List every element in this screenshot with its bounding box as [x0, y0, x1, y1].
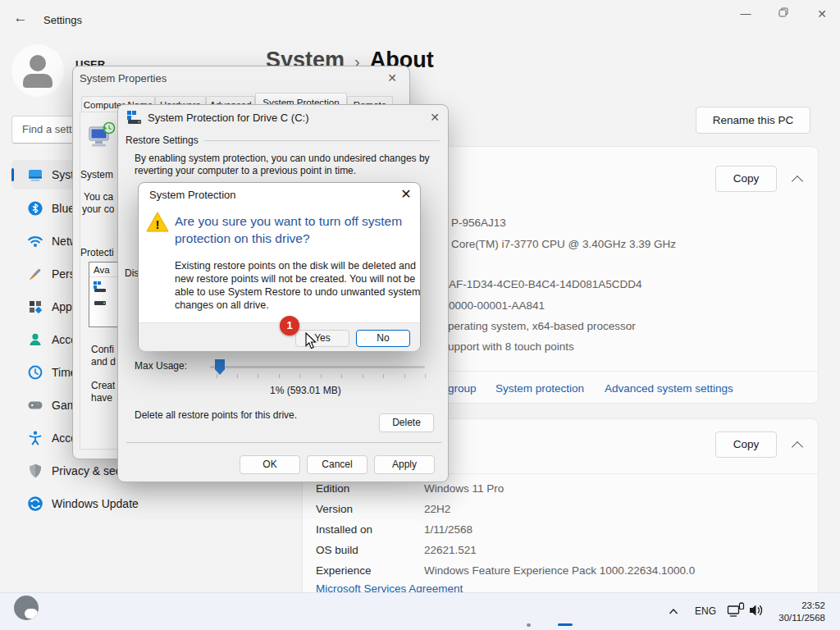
personalization-icon	[27, 266, 43, 282]
collapse-windows-specs-button[interactable]	[784, 435, 810, 456]
dialog-title: System Properties	[80, 72, 167, 84]
network-icon	[727, 602, 745, 619]
mouse-cursor	[305, 332, 318, 350]
confirm-dialog: System Protection ✕ ! Are you sure you w…	[138, 182, 421, 351]
slider-ticks	[217, 374, 425, 379]
max-usage-label: Max Usage:	[135, 360, 187, 372]
experience-value: Windows Feature Experience Pack 1000.226…	[424, 564, 695, 577]
time-language-icon	[27, 364, 43, 381]
delete-caption: Delete all restore points for this drive…	[135, 409, 297, 421]
protection-settings-fragment: Protecti	[80, 247, 114, 258]
network-icon	[27, 233, 43, 249]
clock-date: 30/11/2568	[755, 612, 825, 624]
ok-button[interactable]: OK	[240, 455, 300, 474]
svg-text:!: !	[156, 217, 160, 231]
sidebar-item-label: Windows Update	[52, 497, 139, 510]
collapse-device-specs-button[interactable]	[784, 169, 810, 190]
delete-button[interactable]: Delete	[379, 413, 434, 432]
close-button[interactable]: ✕	[810, 5, 834, 23]
version-label: Version	[316, 503, 353, 515]
restore-desc-line1: By enabling system protection, you can u…	[135, 153, 430, 164]
no-button[interactable]: No	[356, 330, 410, 347]
network-tray-button[interactable]	[727, 602, 746, 620]
system-icon	[27, 167, 43, 183]
rename-pc-button[interactable]: Rename this PC	[696, 107, 810, 134]
chevron-up-icon	[792, 441, 803, 453]
edition-value: Windows 11 Pro	[424, 482, 504, 495]
device-name-value: P-956AJ13	[451, 217, 506, 229]
edition-label: Edition	[316, 482, 349, 495]
installed-on-value: 1/11/2568	[424, 523, 472, 536]
settings-running-indicator	[527, 623, 531, 627]
product-id-value: 0000-00001-AA841	[449, 299, 545, 312]
selection-accent-bar	[11, 168, 14, 181]
copy-windows-specs-button[interactable]: Copy	[715, 431, 777, 458]
bluetooth-icon	[27, 200, 43, 217]
processor-value: Core(TM) i7-3770 CPU @ 3.40GHz 3.39 GHz	[451, 238, 676, 250]
back-button[interactable]: ←	[10, 10, 31, 30]
close-icon[interactable]: ✕	[424, 108, 445, 126]
confirm-body-line2: new restore points will not be created. …	[175, 273, 415, 285]
active-window-indicator	[558, 623, 573, 626]
yes-button[interactable]: Yes	[295, 330, 349, 347]
copy-device-specs-button[interactable]: Copy	[715, 166, 777, 192]
app-title: Settings	[43, 14, 82, 26]
dialog-title: System Protection	[149, 189, 236, 201]
advanced-system-settings-link[interactable]: Advanced system settings	[605, 382, 733, 395]
close-icon[interactable]: ✕	[395, 185, 418, 204]
max-usage-slider[interactable]	[210, 366, 425, 368]
configure-fragment-2: and d	[91, 356, 116, 368]
slider-thumb[interactable]	[215, 359, 225, 375]
version-value: 22H2	[424, 503, 450, 515]
sidebar-item-windows-update[interactable]: Windows Update	[11, 489, 139, 518]
footer-divider	[126, 442, 441, 443]
usage-value: 1% (593.01 MB)	[270, 385, 341, 396]
create-fragment-1: Creat	[91, 380, 115, 391]
apply-button[interactable]: Apply	[374, 455, 435, 474]
os-build-label: OS build	[316, 544, 358, 556]
accessibility-icon	[27, 430, 43, 446]
privacy-icon	[27, 463, 43, 479]
gaming-icon	[27, 397, 43, 413]
accounts-icon	[27, 331, 43, 348]
system-protection-link[interactable]: System protection	[495, 382, 584, 395]
taskbar: ENG 23:52 30/11/2568	[0, 592, 840, 630]
restore-desc-fragment-1: You ca	[84, 191, 113, 203]
restore-button[interactable]	[771, 5, 796, 23]
confirm-body-line3: able to use System Restore to undo unwan…	[175, 286, 420, 298]
cancel-button[interactable]: Cancel	[307, 455, 368, 474]
chevron-up-icon	[669, 608, 678, 615]
minimize-button[interactable]: —	[733, 5, 758, 23]
drives-list-header: Ava	[89, 262, 117, 277]
system-restore-icon	[88, 121, 116, 150]
restore-icon	[778, 7, 788, 17]
apps-icon	[27, 299, 43, 315]
drive-c-icon	[94, 281, 107, 292]
restore-desc-fragment-2: your co	[82, 203, 114, 215]
restore-desc-line2: reverting your computer to a previous po…	[135, 165, 356, 176]
avatar-body	[23, 74, 52, 88]
restore-settings-group-label: Restore Settings	[126, 135, 199, 146]
avatar[interactable]	[11, 44, 64, 97]
dialog-title: System Protection for Drive C (C:)	[148, 112, 309, 124]
language-indicator[interactable]: ENG	[695, 605, 716, 617]
avatar-head	[30, 55, 46, 71]
tray-chevron-button[interactable]	[664, 602, 682, 620]
confirm-heading-line1: Are you sure you want to turn off system	[175, 214, 402, 229]
confirm-body-line1: Existing restore points on the disk will…	[175, 260, 416, 272]
close-icon[interactable]: ✕	[382, 70, 402, 86]
workgroup-link[interactable]: group	[448, 382, 477, 395]
confirm-heading-line2: protection on this drive?	[175, 231, 310, 246]
available-drives-list[interactable]: Ava	[89, 262, 118, 327]
clock[interactable]: 23:52 30/11/2568	[755, 600, 825, 623]
system-restore-fragment: System	[80, 169, 113, 180]
experience-label: Experience	[316, 564, 372, 577]
system-type-value: perating system, x64-based processor	[448, 320, 636, 332]
drive-d-icon	[94, 300, 107, 307]
pen-touch-value: upport with 8 touch points	[448, 340, 574, 353]
warning-icon: !	[145, 211, 170, 234]
os-build-value: 22621.521	[424, 544, 477, 556]
configure-fragment-1: Confi	[91, 344, 114, 355]
windows-update-icon	[27, 495, 43, 512]
chevron-up-icon	[792, 176, 803, 187]
